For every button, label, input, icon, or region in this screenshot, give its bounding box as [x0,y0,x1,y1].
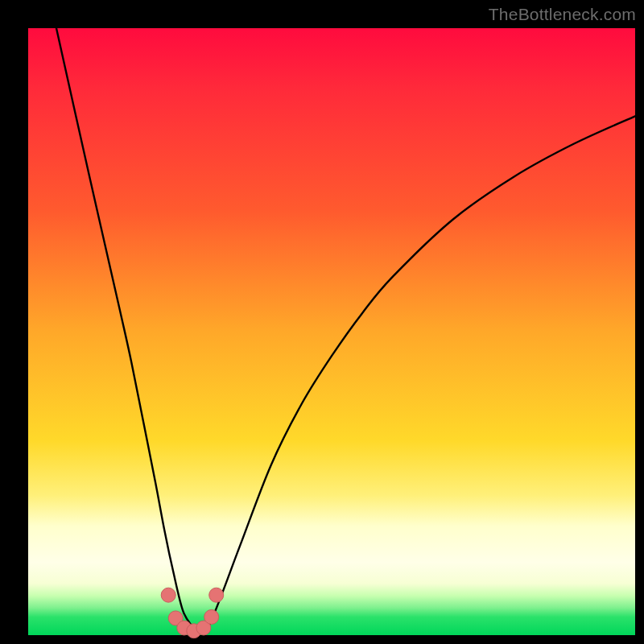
curve-marker [209,588,224,602]
chart-svg [28,28,635,635]
plot-area [28,28,635,635]
watermark-text: TheBottleneck.com [489,5,636,24]
chart-frame: TheBottleneck.com [0,0,644,644]
curve-markers [161,588,224,638]
curve-marker [204,609,219,624]
curve-marker [161,588,175,602]
bottleneck-curve [56,28,635,633]
